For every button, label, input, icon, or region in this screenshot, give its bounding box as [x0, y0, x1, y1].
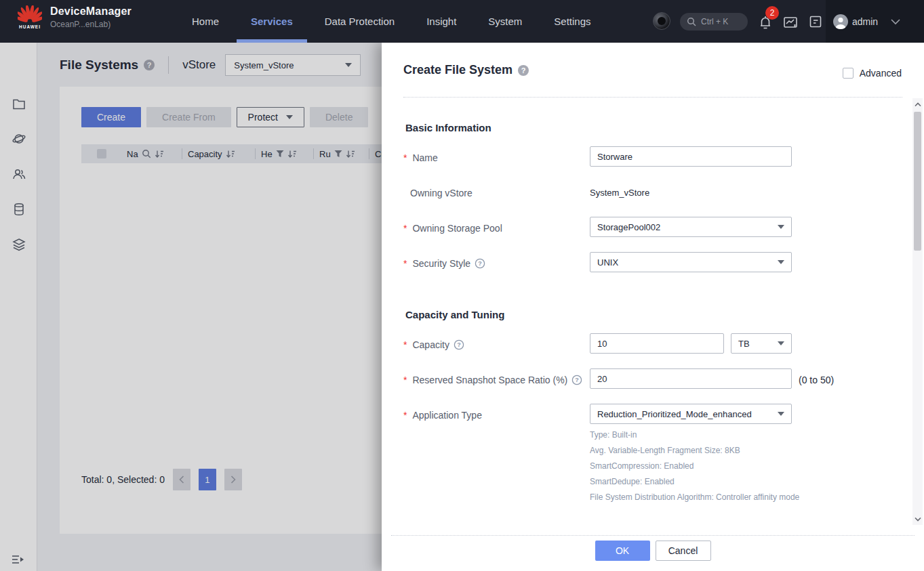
advanced-checkbox[interactable]	[843, 68, 853, 79]
svg-text:?: ?	[457, 341, 461, 348]
owning-storage-pool-select[interactable]: StoragePool002	[590, 217, 792, 237]
security-style-select[interactable]: UNIX	[590, 252, 792, 272]
nav-data-protection[interactable]: Data Protection	[325, 0, 395, 43]
scroll-down-button[interactable]	[913, 514, 922, 524]
device-name: OceanP...enLab)	[50, 20, 132, 29]
capacity-input[interactable]	[590, 333, 724, 354]
section-capacity-tuning: Capacity and Tuning	[405, 309, 504, 320]
panel-scrollbar[interactable]	[912, 98, 923, 525]
nav-services[interactable]: Services	[251, 0, 293, 43]
owning-storage-pool-label: * Owning Storage Pool	[403, 223, 502, 234]
snapshot-ratio-input[interactable]	[590, 368, 792, 389]
chevron-down-icon	[778, 341, 784, 345]
search-icon	[687, 17, 696, 26]
section-basic-information: Basic Information	[405, 122, 491, 133]
app-type-detail: Avg. Variable-Length Fragment Size: 8KB	[590, 446, 740, 455]
required-marker: *	[403, 375, 407, 385]
chevron-down-icon	[778, 225, 784, 229]
ok-button[interactable]: OK	[595, 541, 650, 561]
owning-vstore-value: System_vStore	[590, 188, 649, 198]
application-type-label: * Application Type	[403, 410, 482, 421]
notification-badge: 2	[765, 6, 779, 20]
required-marker: *	[403, 339, 407, 350]
document-list-icon	[808, 14, 823, 29]
chevron-up-icon	[915, 102, 921, 107]
user-menu[interactable]: admin	[826, 0, 924, 43]
required-marker: *	[403, 258, 407, 269]
create-file-system-panel: Create File System ? Advanced Basic Info…	[382, 43, 924, 571]
divider	[403, 97, 902, 98]
avatar	[833, 14, 848, 29]
help-icon[interactable]: ?	[518, 65, 529, 76]
svg-text:?: ?	[576, 377, 580, 383]
snapshot-ratio-range-hint: (0 to 50)	[799, 375, 834, 385]
search-shortcut: Ctrl + K	[701, 17, 728, 26]
modal-overlay[interactable]	[0, 43, 382, 571]
advanced-toggle[interactable]: Advanced	[843, 68, 902, 79]
cancel-button[interactable]: Cancel	[656, 541, 711, 561]
top-navbar: HUAWEI DeviceManager OceanP...enLab) Hom…	[0, 0, 924, 43]
chevron-down-icon	[915, 517, 921, 522]
panel-title: Create File System	[403, 63, 513, 77]
nav-home[interactable]: Home	[192, 0, 219, 43]
required-marker: *	[403, 152, 407, 163]
nav-insight[interactable]: Insight	[426, 0, 456, 43]
owning-vstore-label: Owning vStore	[403, 188, 473, 198]
person-icon	[833, 14, 848, 29]
required-marker: *	[403, 223, 407, 234]
name-label: * Name	[403, 152, 438, 163]
performance-monitor-button[interactable]	[782, 14, 799, 30]
advanced-label: Advanced	[860, 68, 902, 79]
chart-alert-icon	[782, 14, 799, 30]
capacity-label: * Capacity ?	[403, 339, 464, 350]
svg-text:?: ?	[478, 260, 482, 267]
chevron-down-icon	[778, 260, 784, 264]
capacity-unit-select[interactable]: TB	[731, 333, 792, 354]
help-outline-icon[interactable]: ?	[475, 258, 485, 269]
security-style-label: * Security Style ?	[403, 258, 485, 269]
name-input[interactable]	[590, 146, 792, 167]
divider	[391, 535, 915, 536]
snapshot-ratio-label: * Reserved Snapshot Space Ratio (%) ?	[403, 375, 582, 385]
scroll-up-button[interactable]	[913, 100, 922, 109]
chevron-down-icon	[778, 412, 784, 416]
brand: HUAWEI DeviceManager OceanP...enLab)	[16, 5, 132, 29]
username: admin	[852, 16, 878, 27]
app-title: DeviceManager	[50, 5, 132, 18]
application-type-select[interactable]: Reduction_Prioritized_Mode_enhanced	[590, 404, 792, 424]
main-nav: Home Services Data Protection Insight Sy…	[192, 0, 591, 43]
huawei-wordmark: HUAWEI	[19, 24, 41, 29]
global-search-input[interactable]: Ctrl + K	[680, 13, 748, 30]
scrollbar-thumb[interactable]	[914, 112, 921, 251]
app-type-detail: SmartDedupe: Enabled	[590, 477, 675, 486]
huawei-logo-icon: HUAWEI	[16, 5, 43, 29]
help-outline-icon[interactable]: ?	[454, 339, 464, 350]
device-status-icon[interactable]	[653, 12, 670, 30]
help-outline-icon[interactable]: ?	[571, 375, 582, 385]
nav-settings[interactable]: Settings	[554, 0, 590, 43]
nav-system[interactable]: System	[488, 0, 522, 43]
app-type-detail: File System Distribution Algorithm: Cont…	[590, 492, 799, 502]
app-type-detail: SmartCompression: Enabled	[590, 461, 694, 471]
task-log-button[interactable]	[808, 14, 824, 30]
app-type-detail: Type: Built-in	[590, 430, 637, 440]
required-marker: *	[403, 410, 407, 421]
chevron-down-icon	[890, 18, 901, 25]
